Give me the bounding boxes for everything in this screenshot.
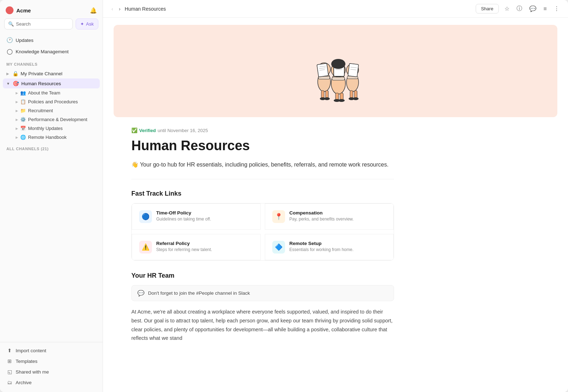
handbook-icon: 🌐 (20, 135, 26, 140)
templates-icon: ⊞ (6, 358, 13, 364)
chevron-right-icon: ▶ (6, 72, 9, 76)
svg-point-28 (324, 97, 330, 100)
logo-icon (6, 6, 13, 14)
fast-track-card-compensation[interactable]: 📍 Compensation Pay, perks, and benefits … (265, 203, 394, 230)
sub-item-recruitment[interactable]: ▶ 📁 Recruitment (3, 106, 100, 115)
hr-channel-label: Human Resources (21, 81, 61, 86)
star-icon[interactable]: ☆ (503, 4, 511, 13)
policies-label: Policies and Procedures (28, 99, 78, 104)
share-button[interactable]: Share (476, 4, 499, 13)
search-button[interactable]: 🔍 Search (4, 18, 73, 29)
compensation-desc: Pay, perks, and benefits overview. (289, 217, 354, 222)
all-channels-section-label: ALL CHANNELS (21) (3, 142, 100, 153)
channel-item-private[interactable]: ▶ 🔒 My Private Channel (3, 69, 100, 78)
verified-label: Verified (139, 128, 156, 133)
hero-illustration (300, 36, 371, 107)
hr-team-section: Your HR Team 💬 Don't forget to join the … (131, 272, 394, 343)
about-label: About the Team (28, 90, 60, 96)
sub-item-performance[interactable]: ▶ ⚙️ Performance & Development (3, 115, 100, 124)
sidebar-updates-label: Updates (16, 38, 33, 43)
sub-item-handbook[interactable]: ▶ 🌐 Remote Handbook (3, 133, 100, 142)
remote-desc: Essentials for working from home. (289, 247, 354, 252)
svg-rect-23 (335, 93, 339, 100)
shared-label: Shared with me (16, 369, 49, 375)
svg-rect-9 (332, 77, 345, 80)
verified-icon: ✅ (131, 127, 137, 133)
sidebar-knowledge-label: Knowledge Management (16, 49, 69, 54)
sidebar-nav: 🕐 Updates ◯ Knowledge Management MY CHAN… (0, 34, 103, 342)
sidebar-item-knowledge[interactable]: ◯ Knowledge Management (3, 46, 100, 57)
sidebar-footer: ⬆ Import content ⊞ Templates ◱ Shared wi… (0, 342, 103, 392)
comment-icon[interactable]: 💬 (528, 4, 538, 13)
ask-label: Ask (86, 21, 94, 27)
svg-rect-22 (326, 91, 328, 98)
performance-icon: ⚙️ (20, 117, 26, 122)
slack-notice-text: Don't forget to join the #People channel… (148, 290, 250, 296)
remote-text: Remote Setup Essentials for working from… (289, 241, 354, 252)
remote-icon: 🔷 (275, 243, 283, 251)
content-body: ✅ Verified until November 16, 2025 Human… (103, 117, 422, 365)
team-description: At Acme, we're all about creating a work… (131, 307, 394, 343)
remote-icon-wrap: 🔷 (272, 241, 285, 254)
svg-point-32 (353, 97, 359, 100)
private-channel-icon: 🔒 (12, 71, 18, 76)
topbar-left: ‹ › Human Resources (110, 5, 166, 13)
sub-chevron-policies-icon: ▶ (16, 100, 18, 104)
sub-item-monthly-updates[interactable]: ▶ 📅 Monthly Updates (3, 124, 100, 133)
info-icon[interactable]: ⓘ (515, 4, 524, 14)
bell-icon[interactable]: 🔔 (90, 7, 97, 14)
hr-team-title: Your HR Team (131, 272, 394, 279)
sub-chevron-about-icon: ▶ (16, 91, 18, 95)
sub-item-policies[interactable]: ▶ 📋 Policies and Procedures (3, 97, 100, 106)
ask-button[interactable]: ✦ Ask (76, 18, 98, 29)
svg-point-30 (338, 99, 345, 102)
fast-track-grid: 🔵 Time-Off Policy Guidelines on taking t… (131, 203, 394, 261)
sub-chevron-handbook-icon: ▶ (16, 136, 18, 139)
compensation-title: Compensation (289, 210, 354, 216)
monthly-label: Monthly Updates (28, 126, 63, 131)
verified-until: until November 16, 2025 (158, 128, 208, 133)
more-icon[interactable]: ⋮ (552, 4, 561, 13)
recruitment-icon: 📁 (20, 108, 26, 113)
footer-item-archive[interactable]: 🗂 Archive (3, 377, 100, 388)
sub-chevron-recruitment-icon: ▶ (16, 109, 18, 113)
fast-track-title: Fast Track Links (131, 190, 394, 197)
back-arrow-icon[interactable]: ‹ (110, 5, 115, 13)
referral-text: Referral Policy Steps for referring new … (156, 241, 212, 252)
footer-item-templates[interactable]: ⊞ Templates (3, 356, 100, 366)
sidebar-item-updates[interactable]: 🕐 Updates (3, 34, 100, 46)
footer-item-shared[interactable]: ◱ Shared with me (3, 366, 100, 377)
slack-icon: 💬 (137, 290, 144, 296)
archive-icon: 🗂 (6, 380, 13, 385)
fast-track-card-timeoff[interactable]: 🔵 Time-Off Policy Guidelines on taking t… (132, 203, 261, 230)
policies-icon: 📋 (20, 99, 26, 104)
timeoff-desc: Guidelines on taking time off. (156, 217, 211, 222)
timeoff-icon: 🔵 (142, 213, 149, 220)
referral-desc: Steps for referring new talent. (156, 247, 212, 252)
hero-banner (114, 25, 557, 117)
handbook-label: Remote Handbook (28, 135, 66, 140)
sub-item-about[interactable]: ▶ 👥 About the Team (3, 88, 100, 97)
compensation-text: Compensation Pay, perks, and benefits ov… (289, 210, 354, 222)
channel-item-hr[interactable]: ▼ 🎯 Human Resources (3, 78, 100, 88)
sub-chevron-performance-icon: ▶ (16, 118, 18, 121)
fast-track-card-remote[interactable]: 🔷 Remote Setup Essentials for working fr… (265, 234, 394, 260)
breadcrumb: Human Resources (125, 6, 166, 12)
page-title: Human Resources (131, 138, 394, 154)
menu-icon[interactable]: ≡ (542, 4, 548, 13)
shared-icon: ◱ (6, 369, 13, 375)
fast-track-card-referral[interactable]: ⚠️ Referral Policy Steps for referring n… (132, 234, 261, 260)
page-description: 👋 Your go-to hub for HR essentials, incl… (131, 160, 394, 180)
archive-label: Archive (16, 380, 32, 385)
referral-title: Referral Policy (156, 241, 212, 246)
private-channel-label: My Private Channel (21, 71, 62, 76)
timeoff-icon-wrap: 🔵 (139, 210, 152, 223)
fast-track-section: Fast Track Links 🔵 Time-Off Policy Guide… (131, 190, 394, 261)
forward-arrow-icon[interactable]: › (118, 5, 122, 13)
search-ask-row: 🔍 Search ✦ Ask (0, 18, 103, 34)
footer-item-import[interactable]: ⬆ Import content (3, 345, 100, 356)
sub-chevron-monthly-icon: ▶ (16, 127, 18, 130)
svg-rect-3 (317, 63, 329, 77)
svg-rect-26 (354, 91, 357, 98)
monthly-icon: 📅 (20, 126, 26, 131)
